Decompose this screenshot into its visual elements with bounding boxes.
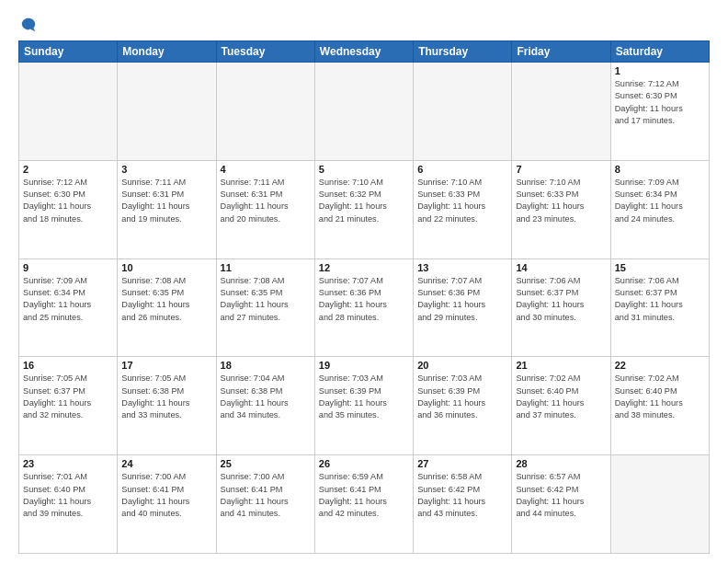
day-number: 22 <box>615 360 705 371</box>
day-number: 11 <box>221 262 311 273</box>
calendar-cell: 4Sunrise: 7:11 AM Sunset: 6:31 PM Daylig… <box>216 160 314 259</box>
day-info: Sunrise: 7:08 AM Sunset: 6:35 PM Dayligh… <box>121 275 211 324</box>
page: SundayMondayTuesdayWednesdayThursdayFrid… <box>0 0 728 563</box>
calendar-cell: 7Sunrise: 7:10 AM Sunset: 6:33 PM Daylig… <box>512 160 610 259</box>
calendar-cell: 24Sunrise: 7:00 AM Sunset: 6:41 PM Dayli… <box>118 455 216 554</box>
day-number: 15 <box>615 262 705 273</box>
day-number: 4 <box>221 164 311 175</box>
day-number: 2 <box>23 164 113 175</box>
calendar-cell: 23Sunrise: 7:01 AM Sunset: 6:40 PM Dayli… <box>19 455 118 554</box>
calendar-cell <box>314 63 413 161</box>
day-info: Sunrise: 7:01 AM Sunset: 6:40 PM Dayligh… <box>23 471 113 520</box>
calendar-cell <box>19 63 118 161</box>
day-info: Sunrise: 7:09 AM Sunset: 6:34 PM Dayligh… <box>615 177 705 225</box>
calendar-cell: 20Sunrise: 7:03 AM Sunset: 6:39 PM Dayli… <box>414 357 512 455</box>
day-info: Sunrise: 7:06 AM Sunset: 6:37 PM Dayligh… <box>516 275 606 324</box>
day-number: 28 <box>516 458 606 469</box>
day-info: Sunrise: 7:02 AM Sunset: 6:40 PM Dayligh… <box>516 373 606 421</box>
day-info: Sunrise: 7:10 AM Sunset: 6:33 PM Dayligh… <box>516 177 606 225</box>
calendar-cell: 19Sunrise: 7:03 AM Sunset: 6:39 PM Dayli… <box>314 357 413 455</box>
calendar-cell: 25Sunrise: 7:00 AM Sunset: 6:41 PM Dayli… <box>216 455 314 554</box>
calendar-cell: 9Sunrise: 7:09 AM Sunset: 6:34 PM Daylig… <box>19 259 118 357</box>
day-number: 26 <box>319 458 409 469</box>
day-number: 23 <box>23 458 113 469</box>
day-number: 10 <box>121 262 211 273</box>
day-info: Sunrise: 6:59 AM Sunset: 6:41 PM Dayligh… <box>319 471 409 520</box>
day-info: Sunrise: 7:10 AM Sunset: 6:32 PM Dayligh… <box>319 177 409 225</box>
day-info: Sunrise: 7:07 AM Sunset: 6:36 PM Dayligh… <box>319 275 409 324</box>
weekday-header: Monday <box>118 41 216 63</box>
weekday-header: Friday <box>512 41 610 63</box>
day-info: Sunrise: 7:11 AM Sunset: 6:31 PM Dayligh… <box>121 177 211 225</box>
calendar-cell: 11Sunrise: 7:08 AM Sunset: 6:35 PM Dayli… <box>216 259 314 357</box>
calendar-cell <box>610 455 709 554</box>
day-info: Sunrise: 7:06 AM Sunset: 6:37 PM Dayligh… <box>615 275 705 324</box>
calendar-cell: 15Sunrise: 7:06 AM Sunset: 6:37 PM Dayli… <box>610 259 709 357</box>
day-info: Sunrise: 7:00 AM Sunset: 6:41 PM Dayligh… <box>221 471 311 520</box>
day-info: Sunrise: 7:04 AM Sunset: 6:38 PM Dayligh… <box>221 373 311 421</box>
day-number: 19 <box>319 360 409 371</box>
day-info: Sunrise: 7:11 AM Sunset: 6:31 PM Dayligh… <box>221 177 311 225</box>
day-number: 17 <box>121 360 211 371</box>
calendar-cell: 18Sunrise: 7:04 AM Sunset: 6:38 PM Dayli… <box>216 357 314 455</box>
day-number: 1 <box>615 65 705 76</box>
day-number: 9 <box>23 262 113 273</box>
calendar-cell: 14Sunrise: 7:06 AM Sunset: 6:37 PM Dayli… <box>512 259 610 357</box>
logo <box>18 17 37 33</box>
day-info: Sunrise: 7:10 AM Sunset: 6:33 PM Dayligh… <box>417 177 507 225</box>
day-number: 27 <box>417 458 507 469</box>
calendar-cell: 28Sunrise: 6:57 AM Sunset: 6:42 PM Dayli… <box>512 455 610 554</box>
day-number: 3 <box>121 164 211 175</box>
calendar-cell: 1Sunrise: 7:12 AM Sunset: 6:30 PM Daylig… <box>610 63 709 161</box>
calendar-cell: 21Sunrise: 7:02 AM Sunset: 6:40 PM Dayli… <box>512 357 610 455</box>
logo-text <box>18 17 37 33</box>
day-info: Sunrise: 7:07 AM Sunset: 6:36 PM Dayligh… <box>417 275 507 324</box>
calendar-cell <box>512 63 610 161</box>
calendar-cell: 12Sunrise: 7:07 AM Sunset: 6:36 PM Dayli… <box>314 259 413 357</box>
calendar-cell: 10Sunrise: 7:08 AM Sunset: 6:35 PM Dayli… <box>118 259 216 357</box>
day-info: Sunrise: 7:12 AM Sunset: 6:30 PM Dayligh… <box>23 177 113 225</box>
day-number: 13 <box>417 262 507 273</box>
day-number: 25 <box>221 458 311 469</box>
weekday-header: Thursday <box>414 41 512 63</box>
day-number: 24 <box>121 458 211 469</box>
weekday-header: Sunday <box>19 41 118 63</box>
day-info: Sunrise: 7:02 AM Sunset: 6:40 PM Dayligh… <box>615 373 705 421</box>
calendar-cell: 17Sunrise: 7:05 AM Sunset: 6:38 PM Dayli… <box>118 357 216 455</box>
calendar-cell: 26Sunrise: 6:59 AM Sunset: 6:41 PM Dayli… <box>314 455 413 554</box>
calendar-cell <box>216 63 314 161</box>
day-info: Sunrise: 7:09 AM Sunset: 6:34 PM Dayligh… <box>23 275 113 324</box>
day-info: Sunrise: 7:08 AM Sunset: 6:35 PM Dayligh… <box>221 275 311 324</box>
day-number: 7 <box>516 164 606 175</box>
header <box>18 17 710 33</box>
day-info: Sunrise: 7:00 AM Sunset: 6:41 PM Dayligh… <box>121 471 211 520</box>
calendar-cell: 22Sunrise: 7:02 AM Sunset: 6:40 PM Dayli… <box>610 357 709 455</box>
day-number: 18 <box>221 360 311 371</box>
day-number: 14 <box>516 262 606 273</box>
day-info: Sunrise: 7:05 AM Sunset: 6:37 PM Dayligh… <box>23 373 113 421</box>
day-number: 8 <box>615 164 705 175</box>
calendar-cell <box>414 63 512 161</box>
weekday-header: Wednesday <box>314 41 413 63</box>
calendar-cell: 16Sunrise: 7:05 AM Sunset: 6:37 PM Dayli… <box>19 357 118 455</box>
calendar-cell: 3Sunrise: 7:11 AM Sunset: 6:31 PM Daylig… <box>118 160 216 259</box>
calendar-cell: 27Sunrise: 6:58 AM Sunset: 6:42 PM Dayli… <box>414 455 512 554</box>
day-number: 20 <box>417 360 507 371</box>
calendar-cell: 13Sunrise: 7:07 AM Sunset: 6:36 PM Dayli… <box>414 259 512 357</box>
calendar-cell: 6Sunrise: 7:10 AM Sunset: 6:33 PM Daylig… <box>414 160 512 259</box>
calendar-table: SundayMondayTuesdayWednesdayThursdayFrid… <box>18 40 710 554</box>
weekday-header: Saturday <box>610 41 709 63</box>
calendar-cell: 2Sunrise: 7:12 AM Sunset: 6:30 PM Daylig… <box>19 160 118 259</box>
weekday-header: Tuesday <box>216 41 314 63</box>
calendar-cell: 8Sunrise: 7:09 AM Sunset: 6:34 PM Daylig… <box>610 160 709 259</box>
day-number: 5 <box>319 164 409 175</box>
calendar-cell: 5Sunrise: 7:10 AM Sunset: 6:32 PM Daylig… <box>314 160 413 259</box>
calendar-cell <box>118 63 216 161</box>
day-number: 12 <box>319 262 409 273</box>
day-info: Sunrise: 7:03 AM Sunset: 6:39 PM Dayligh… <box>319 373 409 421</box>
day-number: 21 <box>516 360 606 371</box>
day-info: Sunrise: 6:58 AM Sunset: 6:42 PM Dayligh… <box>417 471 507 520</box>
day-number: 6 <box>417 164 507 175</box>
day-info: Sunrise: 7:12 AM Sunset: 6:30 PM Dayligh… <box>615 78 705 127</box>
day-number: 16 <box>23 360 113 371</box>
